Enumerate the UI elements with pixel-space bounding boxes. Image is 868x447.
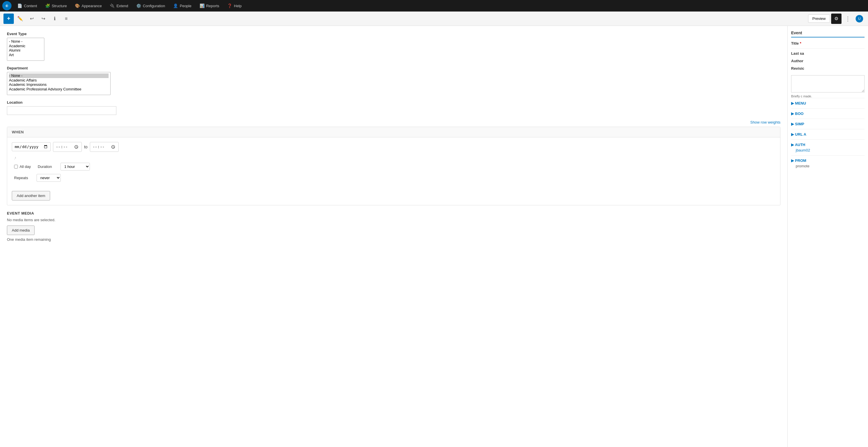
all-day-duration-row: All day Duration 1 hour 30 minutes 2 hou… bbox=[12, 163, 776, 171]
repeats-label: Repeats bbox=[14, 176, 34, 180]
book-collapsible-header[interactable]: ▶ BOO bbox=[791, 112, 865, 116]
event-type-select[interactable]: - None - Academic Alumni Art bbox=[7, 38, 44, 61]
date-time-row: to bbox=[12, 142, 776, 152]
redo-icon: ↪ bbox=[41, 16, 45, 21]
info-icon: ℹ bbox=[54, 16, 56, 21]
sidebar-menu-section[interactable]: ▶ MENU bbox=[791, 98, 865, 108]
people-icon: 👤 bbox=[173, 3, 178, 8]
start-time-input[interactable] bbox=[53, 142, 82, 152]
content-area: Event Type - None - Academic Alumni Art … bbox=[0, 26, 787, 447]
nav-item-configuration[interactable]: ⚙️ Configuration bbox=[133, 2, 168, 10]
media-remaining-text: One media item remaining bbox=[7, 237, 780, 242]
all-day-label[interactable]: All day bbox=[14, 165, 31, 169]
reports-icon: 📊 bbox=[199, 3, 205, 8]
add-another-item-button[interactable]: Add another item bbox=[12, 191, 50, 201]
repeats-row: Repeats never daily weekly monthly bbox=[12, 174, 776, 182]
info-button[interactable]: ℹ bbox=[50, 13, 60, 24]
nav-item-reports[interactable]: 📊 Reports bbox=[196, 2, 223, 10]
event-type-label: Event Type bbox=[7, 32, 780, 36]
edit-button[interactable]: ✏️ bbox=[15, 13, 25, 24]
sidebar-revision-field: Revisic bbox=[791, 66, 865, 70]
content-icon: 📄 bbox=[17, 3, 22, 8]
sidebar-author-label: Author bbox=[791, 59, 804, 63]
nav-item-people[interactable]: 👤 People bbox=[169, 2, 195, 10]
when-section: WHEN to .¹ All day Duration bbox=[7, 127, 780, 205]
url-collapsible-header[interactable]: ▶ URL A bbox=[791, 132, 865, 137]
dept-option-academic-professional: Academic Professional Advisory Committee bbox=[9, 87, 108, 92]
duration-select[interactable]: 1 hour 30 minutes 2 hours 3 hours bbox=[60, 163, 90, 171]
add-media-button[interactable]: Add media bbox=[7, 226, 35, 235]
sidebar-title-field: Title * bbox=[791, 41, 865, 46]
sidebar-prom-section[interactable]: ▶ PROM promote bbox=[791, 155, 865, 171]
department-label: Department bbox=[7, 66, 780, 70]
no-media-text: No media items are selected. bbox=[7, 218, 780, 222]
list-icon: ≡ bbox=[65, 16, 67, 21]
more-options-button[interactable]: ⋮ bbox=[843, 13, 853, 24]
extend-icon: 🔌 bbox=[110, 3, 115, 8]
repeats-select[interactable]: never daily weekly monthly bbox=[37, 174, 61, 182]
sidebar-author-field: Author bbox=[791, 58, 865, 63]
sidebar-title-label: Title * bbox=[791, 41, 801, 46]
nav-item-content[interactable]: 📄 Content bbox=[14, 2, 41, 10]
revision-textarea[interactable] bbox=[791, 75, 865, 92]
auth-collapsible-header[interactable]: ▶ AUTH bbox=[791, 143, 865, 147]
end-time-input[interactable] bbox=[90, 142, 119, 152]
all-day-checkbox[interactable] bbox=[14, 165, 18, 169]
sidebar-last-saved-field: Last sa bbox=[791, 51, 865, 56]
date-input[interactable] bbox=[12, 142, 51, 151]
show-row-weights-link[interactable]: Show row weights bbox=[750, 120, 780, 124]
department-field: Department - None - Academic Affairs Aca… bbox=[7, 66, 780, 95]
event-media-title: EVENT MEDIA bbox=[7, 211, 780, 215]
to-text: to bbox=[84, 145, 88, 149]
when-header: WHEN bbox=[7, 127, 780, 138]
nav-item-structure[interactable]: 🧩 Structure bbox=[42, 2, 70, 10]
menu-collapsible-header[interactable]: ▶ MENU bbox=[791, 101, 865, 106]
appearance-icon: 🎨 bbox=[75, 3, 80, 8]
drupal-logo[interactable]: D bbox=[2, 1, 11, 10]
settings-button[interactable]: ⚙ bbox=[831, 13, 841, 24]
nav-items-list: 📄 Content 🧩 Structure 🎨 Appearance 🔌 Ext… bbox=[14, 2, 245, 10]
sidebar-simple-section[interactable]: ▶ SIMP bbox=[791, 119, 865, 129]
plus-icon: + bbox=[7, 15, 10, 22]
main-layout: Event Type - None - Academic Alumni Art … bbox=[0, 26, 868, 447]
nav-item-appearance[interactable]: 🎨 Appearance bbox=[71, 2, 105, 10]
option-none: - None - bbox=[9, 39, 42, 44]
nav-item-extend[interactable]: 🔌 Extend bbox=[106, 2, 131, 10]
footnote-text: .¹ bbox=[12, 156, 776, 160]
undo-button[interactable]: ↩ bbox=[27, 13, 37, 24]
pencil-icon: ✏️ bbox=[17, 16, 23, 21]
gear-icon: ⚙ bbox=[834, 16, 838, 21]
prom-collapsible-header[interactable]: ▶ PROM bbox=[791, 158, 865, 163]
sidebar-auth-section[interactable]: ▶ AUTH jbaum02 bbox=[791, 140, 865, 155]
user-avatar[interactable]: U bbox=[854, 13, 865, 24]
simple-collapsible-header[interactable]: ▶ SIMP bbox=[791, 122, 865, 126]
redo-button[interactable]: ↪ bbox=[38, 13, 49, 24]
preview-button[interactable]: Preview bbox=[808, 14, 830, 23]
configuration-icon: ⚙️ bbox=[136, 3, 141, 8]
add-button[interactable]: + bbox=[3, 13, 14, 24]
department-select[interactable]: - None - Academic Affairs Academic Impre… bbox=[7, 72, 111, 95]
prom-value: promote bbox=[791, 164, 865, 168]
structure-icon: 🧩 bbox=[45, 3, 50, 8]
event-type-field: Event Type - None - Academic Alumni Art bbox=[7, 32, 780, 61]
event-media-section: EVENT MEDIA No media items are selected.… bbox=[7, 211, 780, 242]
top-navigation: D 📄 Content 🧩 Structure 🎨 Appearance 🔌 E… bbox=[0, 0, 868, 11]
editor-toolbar: + ✏️ ↩ ↪ ℹ ≡ Preview ⚙ ⋮ U bbox=[0, 11, 868, 26]
sidebar-revision-label: Revisic bbox=[791, 66, 804, 70]
when-body: to .¹ All day Duration 1 hour 30 minutes bbox=[7, 138, 780, 205]
title-required-marker: * bbox=[800, 41, 801, 46]
location-input[interactable] bbox=[7, 106, 116, 115]
duration-label: Duration bbox=[38, 165, 52, 169]
dept-option-none: - None - bbox=[9, 73, 108, 78]
sidebar-url-section[interactable]: ▶ URL A bbox=[791, 129, 865, 140]
undo-icon: ↩ bbox=[30, 16, 34, 21]
nav-item-help[interactable]: ❓ Help bbox=[224, 2, 245, 10]
help-icon: ❓ bbox=[227, 3, 232, 8]
user-icon: U bbox=[856, 15, 863, 23]
option-art: Art bbox=[9, 53, 42, 57]
sidebar-book-section[interactable]: ▶ BOO bbox=[791, 108, 865, 119]
briefly-text: Briefly c made. bbox=[791, 94, 865, 98]
dept-option-academic-impressions: Academic Impressions bbox=[9, 82, 108, 87]
list-button[interactable]: ≡ bbox=[61, 13, 71, 24]
sidebar-main-title: Event bbox=[791, 31, 865, 37]
